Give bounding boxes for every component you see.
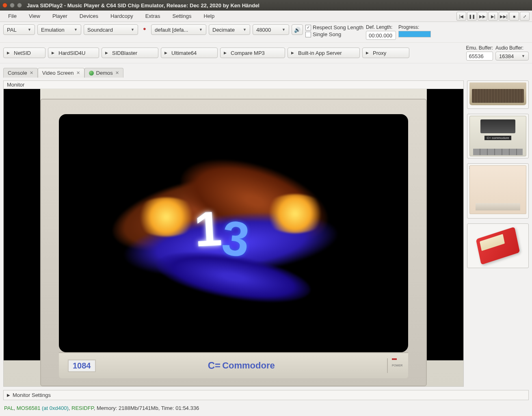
output-value: Soundcard bbox=[87, 27, 113, 33]
device-c64-keyboard[interactable] bbox=[467, 80, 529, 109]
toolbar-secondary: ▶NetSID ▶HardSID4U ▶SIDBlaster ▶Ultimate… bbox=[0, 43, 532, 63]
caret-icon: ▼ bbox=[243, 28, 247, 32]
letterbox-left bbox=[4, 89, 40, 360]
demo-glyph-one: 1 bbox=[193, 200, 223, 258]
tab-console[interactable]: Console ✕ bbox=[3, 68, 38, 78]
letterbox-right bbox=[427, 89, 463, 360]
engine-dropdown[interactable]: Emulation▼ bbox=[37, 24, 81, 35]
window-close-icon[interactable] bbox=[2, 3, 7, 8]
menu-file[interactable]: File bbox=[2, 12, 22, 20]
prev-track-button[interactable]: |◀ bbox=[456, 12, 466, 21]
content-area: Monitor 1 3 1 bbox=[0, 77, 532, 390]
demo-graphic: 1 3 bbox=[94, 152, 373, 314]
menu-devices[interactable]: Devices bbox=[74, 12, 104, 20]
status-engine: RESIDFP bbox=[71, 405, 94, 411]
caret-icon: ▼ bbox=[199, 28, 203, 32]
hardsid4u-button[interactable]: ▶HardSID4U bbox=[48, 48, 99, 58]
window-titlebar: Java SIDPlay2 - Music Player & C64 SID C… bbox=[0, 0, 532, 11]
device-cartridge[interactable] bbox=[467, 223, 529, 268]
netsid-button[interactable]: ▶NetSID bbox=[3, 48, 45, 58]
play-icon: ▶ bbox=[366, 51, 369, 55]
close-icon[interactable]: ✕ bbox=[115, 70, 119, 76]
play-icon: ▶ bbox=[7, 51, 10, 55]
emu-buffer-label: Emu. Buffer: bbox=[466, 45, 493, 51]
record-icon[interactable]: ● bbox=[141, 24, 149, 32]
progress-label: Progress: bbox=[398, 24, 431, 30]
monitor-panel: Monitor 1 3 1 bbox=[3, 80, 464, 387]
default-length-input[interactable]: 00:00.000 bbox=[366, 31, 396, 40]
video-mode-value: PAL bbox=[7, 27, 17, 33]
tab-video-screen[interactable]: Video Screen ✕ bbox=[38, 68, 84, 78]
menu-help[interactable]: Help bbox=[198, 12, 220, 20]
chevron-right-icon: ▶ bbox=[7, 393, 10, 397]
device-dropdown[interactable]: default [defa...▼ bbox=[151, 24, 206, 35]
window-minimize-icon[interactable] bbox=[10, 3, 15, 8]
power-led-icon bbox=[392, 358, 397, 360]
status-time-value: 01:54.336 bbox=[175, 405, 199, 411]
power-indicator: POWER bbox=[387, 358, 399, 373]
device-value: default [defa... bbox=[155, 27, 188, 33]
pause-button[interactable]: ❚❚ bbox=[467, 12, 477, 21]
sidblaster-button[interactable]: ▶SIDBlaster bbox=[102, 48, 158, 58]
toolbar-primary: PAL▼ Emulation▼ Soundcard▼ ● default [de… bbox=[0, 22, 532, 43]
status-bar: PAL, MOS6581 (at 0xd400), RESIDFP, Memor… bbox=[0, 403, 532, 413]
engine-value: Emulation bbox=[41, 27, 65, 33]
progress-fill bbox=[399, 31, 430, 37]
status-memory-label: Memory: bbox=[97, 405, 119, 411]
samplerate-dropdown[interactable]: 48000▼ bbox=[253, 24, 289, 35]
resample-value: Decimate bbox=[212, 27, 235, 33]
progress-group: Progress: bbox=[398, 24, 431, 37]
datasette-icon: C= commodore bbox=[469, 116, 526, 156]
app-server-button[interactable]: ▶Built-in App Server bbox=[288, 48, 360, 58]
menubar: File View Player Devices Hardcopy Extras… bbox=[0, 11, 532, 22]
caret-icon: ▼ bbox=[282, 28, 285, 32]
monitor-settings-toggle[interactable]: ▶ Monitor Settings bbox=[3, 390, 529, 400]
status-chipset: MOS6581 bbox=[17, 405, 41, 411]
default-length-group: Def. Length: 00:00.000 bbox=[366, 24, 396, 40]
output-dropdown[interactable]: Soundcard▼ bbox=[84, 24, 138, 35]
next-track-button[interactable]: ▶▶| bbox=[499, 12, 508, 21]
speaker-button[interactable]: 🔊 bbox=[292, 24, 303, 35]
next-subtune-button[interactable]: ▶| bbox=[488, 12, 498, 21]
menu-view[interactable]: View bbox=[23, 12, 46, 20]
crt-bezel: 1 3 1084 C= Commodore POWER bbox=[40, 99, 427, 386]
fast-forward-button[interactable]: ▶▶ bbox=[478, 12, 487, 21]
speaker-icon: 🔊 bbox=[294, 27, 301, 33]
menu-settings[interactable]: Settings bbox=[167, 12, 197, 20]
samplerate-value: 48000 bbox=[256, 27, 271, 33]
monitor-header: Monitor bbox=[4, 81, 463, 89]
resample-dropdown[interactable]: Decimate▼ bbox=[209, 24, 250, 35]
emu-buffer-input[interactable]: 65536 bbox=[466, 52, 493, 61]
close-icon[interactable]: ✕ bbox=[76, 70, 80, 76]
single-song-checkbox[interactable] bbox=[305, 32, 311, 37]
playback-controls: |◀ ❚❚ ▶▶ ▶| ▶▶| ■ ⤢ bbox=[456, 12, 530, 21]
crt-view: 1 3 1084 C= Commodore POWER bbox=[4, 89, 463, 386]
play-icon: ▶ bbox=[52, 51, 54, 55]
status-chip-addr: (at 0xd400) bbox=[42, 405, 69, 411]
menu-extras[interactable]: Extras bbox=[140, 12, 166, 20]
play-icon: ▶ bbox=[224, 51, 227, 55]
emu-buffer-group: Emu. Buffer: 65536 bbox=[466, 45, 493, 61]
device-floppy-drive[interactable]: side1.d64 bbox=[467, 163, 529, 219]
tab-demos[interactable]: Demos ✕ bbox=[84, 68, 123, 78]
fullscreen-button[interactable]: ⤢ bbox=[520, 12, 530, 21]
device-side-panel: C= commodore side1.d64 bbox=[467, 80, 529, 387]
audio-buffer-dropdown[interactable]: 16384▼ bbox=[495, 52, 529, 61]
status-time-label: Time: bbox=[161, 405, 176, 411]
respect-song-length-checkbox[interactable]: ✓ bbox=[305, 25, 311, 30]
device-datasette[interactable]: C= commodore bbox=[467, 114, 529, 158]
stop-button[interactable]: ■ bbox=[509, 12, 519, 21]
proxy-button[interactable]: ▶Proxy bbox=[362, 48, 409, 58]
caret-icon: ▼ bbox=[131, 28, 134, 32]
play-icon: ▶ bbox=[105, 51, 108, 55]
caret-icon: ▼ bbox=[521, 54, 525, 58]
menu-hardcopy[interactable]: Hardcopy bbox=[105, 12, 139, 20]
compare-mp3-button[interactable]: ▶Compare MP3 bbox=[220, 48, 285, 58]
monitor-settings-label: Monitor Settings bbox=[13, 392, 51, 398]
menu-player[interactable]: Player bbox=[47, 12, 73, 20]
close-icon[interactable]: ✕ bbox=[30, 70, 33, 76]
cartridge-icon bbox=[469, 225, 526, 266]
ultimate64-button[interactable]: ▶Ultimate64 bbox=[161, 48, 218, 58]
video-mode-dropdown[interactable]: PAL▼ bbox=[3, 24, 35, 35]
window-maximize-icon[interactable] bbox=[17, 3, 22, 8]
